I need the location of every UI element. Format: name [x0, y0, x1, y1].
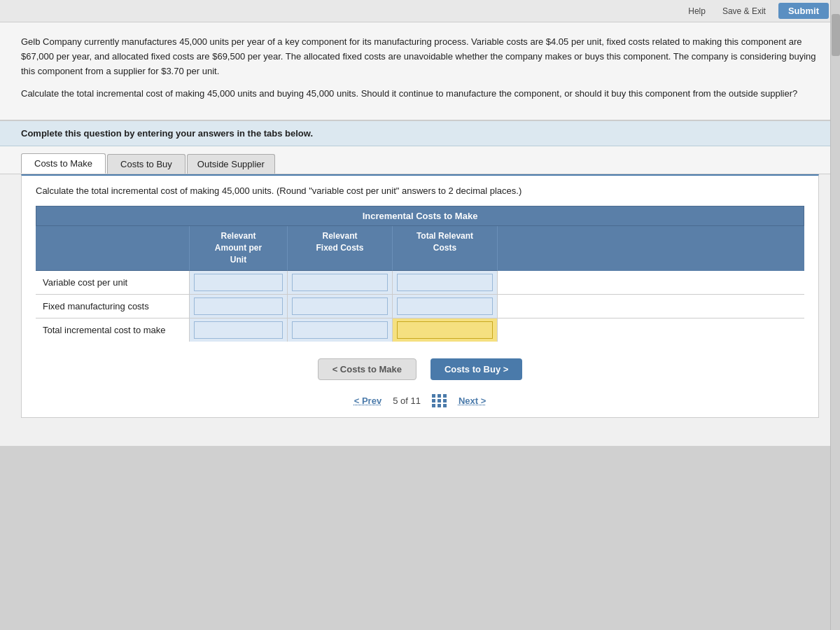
fixed-amount-per-unit-cell[interactable] — [190, 295, 288, 318]
row-label-variable: Variable cost per unit — [36, 271, 190, 294]
prev-button[interactable]: < Prev — [354, 396, 382, 406]
variable-fixed-costs-cell[interactable] — [288, 271, 393, 294]
table-header-col4: Total Relevant Costs — [393, 226, 498, 270]
top-bar: Help Save & Exit Submit — [0, 0, 840, 22]
costs-to-make-nav-button[interactable]: < Costs to Make — [318, 358, 416, 380]
total-fixed-costs-cell[interactable] — [288, 318, 393, 342]
variable-total-cell[interactable] — [393, 271, 498, 294]
total-fixed-costs-input[interactable] — [292, 321, 388, 339]
incremental-table: Incremental Costs to Make Relevant Amoun… — [36, 206, 804, 341]
table-row: Variable cost per unit — [36, 271, 804, 295]
help-button[interactable]: Help — [684, 5, 710, 18]
table-row: Total incremental cost to make — [36, 318, 804, 342]
variable-fixed-costs-input[interactable] — [292, 274, 388, 291]
tab-outside-supplier[interactable]: Outside Supplier — [187, 154, 275, 174]
question-area: Calculate the total incremental cost of … — [21, 174, 819, 417]
fixed-total-input[interactable] — [397, 298, 493, 315]
problem-text: Gelb Company currently manufactures 45,0… — [0, 22, 840, 121]
table-header-col2: Relevant Amount per Unit — [190, 226, 288, 270]
tabs-section: Costs to Make Costs to Buy Outside Suppl… — [0, 146, 840, 174]
fixed-fixed-costs-cell[interactable] — [288, 295, 393, 318]
grid-icon — [432, 394, 447, 407]
total-amount-per-unit-cell[interactable] — [190, 318, 288, 342]
variable-amount-per-unit-input[interactable] — [194, 274, 283, 291]
instruction-text: Complete this question by entering your … — [21, 128, 313, 139]
instruction-box: Complete this question by entering your … — [0, 121, 840, 146]
row-label-fixed: Fixed manufacturing costs — [36, 295, 190, 318]
scrollbar-thumb[interactable] — [832, 14, 840, 56]
table-header-col1 — [36, 226, 190, 270]
table-header-row: Relevant Amount per Unit Relevant Fixed … — [36, 226, 804, 270]
fixed-total-cell[interactable] — [393, 295, 498, 318]
main-content: Gelb Company currently manufactures 45,0… — [0, 22, 840, 446]
table-title: Incremental Costs to Make — [36, 206, 804, 226]
scrollbar[interactable] — [830, 0, 840, 630]
variable-total-input[interactable] — [397, 274, 493, 291]
submit-button[interactable]: Submit — [778, 3, 829, 19]
row-label-total: Total incremental cost to make — [36, 318, 190, 342]
tab-costs-to-buy[interactable]: Costs to Buy — [107, 154, 186, 174]
pagination: < Prev 5 of 11 Next > — [36, 394, 804, 407]
save-exit-button[interactable]: Save & Exit — [718, 5, 770, 18]
question-label: Calculate the total incremental cost of … — [36, 186, 804, 196]
table-header-col3: Relevant Fixed Costs — [288, 226, 393, 270]
total-total-cell[interactable] — [393, 318, 498, 342]
fixed-fixed-costs-input[interactable] — [292, 298, 388, 315]
next-button[interactable]: Next > — [458, 396, 486, 406]
tabs-row: Costs to Make Costs to Buy Outside Suppl… — [21, 146, 819, 174]
total-total-input[interactable] — [397, 321, 493, 339]
problem-paragraph1: Gelb Company currently manufactures 45,0… — [21, 35, 819, 78]
fixed-amount-per-unit-input[interactable] — [194, 298, 283, 315]
costs-to-buy-nav-button[interactable]: Costs to Buy > — [430, 358, 522, 380]
problem-paragraph2: Calculate the total incremental cost of … — [21, 87, 819, 102]
table-row: Fixed manufacturing costs — [36, 295, 804, 318]
total-amount-per-unit-input[interactable] — [194, 321, 283, 339]
tab-costs-to-make[interactable]: Costs to Make — [21, 153, 106, 174]
variable-amount-per-unit-cell[interactable] — [190, 271, 288, 294]
page-info: 5 of 11 — [393, 396, 421, 406]
